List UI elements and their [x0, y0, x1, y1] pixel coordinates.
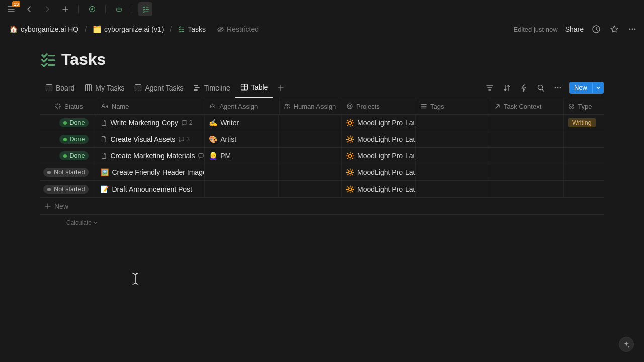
- breadcrumb-item-tasks[interactable]: Tasks: [175, 24, 209, 35]
- tab-robot-icon[interactable]: [112, 2, 126, 16]
- cell-name[interactable]: 📝Draft Announcement Post: [96, 181, 205, 197]
- add-view-button[interactable]: [275, 82, 287, 94]
- cell-name[interactable]: Create Visual Assets3: [96, 131, 205, 147]
- cell-human[interactable]: [279, 164, 342, 180]
- column-header-name[interactable]: Aa Name: [97, 98, 205, 114]
- cell-name[interactable]: 🖼️Create Friendly Header Image: [96, 164, 205, 180]
- add-row-button[interactable]: New: [40, 198, 604, 215]
- cell-agent[interactable]: [205, 164, 279, 180]
- cell-human[interactable]: [279, 115, 342, 131]
- more-icon[interactable]: [627, 24, 638, 35]
- cell-context[interactable]: [490, 164, 564, 180]
- breadcrumb-item-hq[interactable]: 🏠 cyborganize.ai HQ: [6, 24, 82, 35]
- cell-tags[interactable]: [416, 115, 490, 131]
- cell-name[interactable]: Write Marketing Copy2: [96, 115, 205, 131]
- cell-context[interactable]: [490, 131, 564, 147]
- svg-point-19: [212, 106, 213, 107]
- column-header-status[interactable]: Status: [40, 98, 97, 114]
- svg-point-23: [347, 104, 352, 109]
- cell-human[interactable]: [279, 181, 342, 197]
- cell-type[interactable]: Writing: [564, 115, 604, 131]
- view-tab-timeline[interactable]: Timeline: [188, 78, 235, 98]
- cell-status[interactable]: Done: [40, 131, 96, 147]
- cell-name[interactable]: Create Marketing Materials1: [96, 148, 205, 164]
- view-tab-table[interactable]: Table: [235, 78, 273, 98]
- cell-type[interactable]: [564, 148, 604, 164]
- cell-projects[interactable]: 🔆MoodLight Pro Launch: [342, 131, 416, 147]
- filter-icon[interactable]: [484, 82, 496, 94]
- cell-type[interactable]: [564, 131, 604, 147]
- breadcrumb-item-project[interactable]: 🗂️ cyborganize.ai (v1): [90, 24, 167, 35]
- page-icon[interactable]: [40, 52, 55, 67]
- table-row[interactable]: DoneWrite Marketing Copy2✍️Writer🔆MoodLi…: [40, 115, 604, 131]
- cell-context[interactable]: [490, 115, 564, 131]
- comment-count[interactable]: 3: [178, 136, 190, 143]
- nav-forward-button[interactable]: [40, 2, 54, 16]
- cell-tags[interactable]: [416, 148, 490, 164]
- view-tab-mytasks[interactable]: My Tasks: [79, 78, 129, 98]
- cell-human[interactable]: [279, 131, 342, 147]
- cell-type[interactable]: [564, 181, 604, 197]
- cell-status[interactable]: Done: [40, 115, 96, 131]
- status-label: Done: [70, 136, 85, 143]
- cell-projects[interactable]: 🔆MoodLight Pro Launch: [342, 148, 416, 164]
- history-icon[interactable]: [591, 24, 602, 35]
- cell-projects[interactable]: 🔆MoodLight Pro Launch: [342, 181, 416, 197]
- cell-agent[interactable]: [205, 181, 279, 197]
- column-header-type[interactable]: Type: [564, 98, 604, 114]
- cell-human[interactable]: [279, 148, 342, 164]
- project-name: MoodLight Pro Launch: [357, 168, 416, 176]
- cell-agent[interactable]: 🎨Artist: [205, 131, 279, 147]
- svg-point-8: [632, 29, 633, 30]
- column-header-context[interactable]: Task Context: [490, 98, 564, 114]
- comment-count[interactable]: 2: [181, 119, 193, 126]
- cell-projects[interactable]: 🔆MoodLight Pro Launch: [342, 164, 416, 180]
- chevron-down-icon[interactable]: [592, 83, 604, 93]
- cell-context[interactable]: [490, 148, 564, 164]
- view-tab-board[interactable]: Board: [40, 78, 79, 98]
- tab-tasks-icon[interactable]: [138, 2, 152, 16]
- new-button[interactable]: New: [569, 82, 604, 94]
- calculate-button[interactable]: Calculate: [40, 215, 101, 231]
- cell-tags[interactable]: [416, 181, 490, 197]
- table-row[interactable]: Not started🖼️Create Friendly Header Imag…: [40, 164, 604, 181]
- column-header-projects[interactable]: Projects: [342, 98, 416, 114]
- search-icon[interactable]: [535, 82, 547, 94]
- ai-fab-button[interactable]: [619, 337, 634, 352]
- view-tab-agenttasks[interactable]: Agent Tasks: [129, 78, 188, 98]
- svg-point-3: [117, 9, 118, 10]
- view-options-icon[interactable]: [552, 82, 564, 94]
- automation-icon[interactable]: [518, 82, 530, 94]
- table-row[interactable]: Not started📝Draft Announcement Post🔆Mood…: [40, 181, 604, 198]
- cell-context[interactable]: [490, 181, 564, 197]
- new-tab-button[interactable]: [58, 2, 72, 16]
- cell-tags[interactable]: [416, 131, 490, 147]
- cell-status[interactable]: Done: [40, 148, 96, 164]
- nav-back-button[interactable]: [22, 2, 36, 16]
- cell-status[interactable]: Not started: [40, 164, 96, 180]
- cell-tags[interactable]: [416, 164, 490, 180]
- column-label: Tags: [430, 103, 444, 110]
- cell-type[interactable]: [564, 164, 604, 180]
- cell-agent[interactable]: ✍️Writer: [205, 115, 279, 131]
- restricted-label: Restricted: [227, 25, 259, 33]
- sidebar-toggle-button[interactable]: 13: [4, 2, 18, 16]
- table-row[interactable]: DoneCreate Marketing Materials1👱‍♀️PM🔆Mo…: [40, 148, 604, 164]
- column-header-human[interactable]: Human Assign: [280, 98, 342, 114]
- restricted-indicator[interactable]: Restricted: [217, 25, 259, 33]
- cell-projects[interactable]: 🔆MoodLight Pro Launch: [342, 115, 416, 131]
- column-header-agent[interactable]: Agent Assign: [205, 98, 279, 114]
- column-header-tags[interactable]: Tags: [416, 98, 490, 114]
- share-button[interactable]: Share: [565, 25, 584, 33]
- table-row[interactable]: DoneCreate Visual Assets3🎨Artist🔆MoodLig…: [40, 131, 604, 148]
- cell-status[interactable]: Not started: [40, 181, 96, 197]
- page-title[interactable]: Tasks: [61, 50, 106, 69]
- status-pill: Done: [59, 135, 89, 144]
- comment-count[interactable]: 1: [198, 152, 205, 159]
- breadcrumb-label: Tasks: [188, 25, 206, 33]
- sort-icon[interactable]: [501, 82, 513, 94]
- star-icon[interactable]: [609, 24, 620, 35]
- cell-agent[interactable]: 👱‍♀️PM: [205, 148, 279, 164]
- project-emoji-icon: 🔆: [346, 119, 354, 127]
- tab-ai-icon[interactable]: [85, 2, 99, 16]
